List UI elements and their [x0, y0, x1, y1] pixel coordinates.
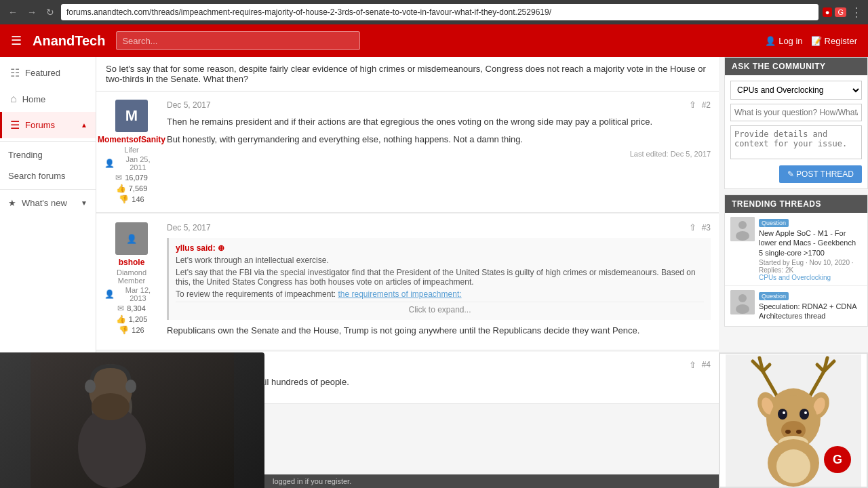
- sidebar-item-trending[interactable]: Trending: [0, 144, 96, 165]
- thread-intro-post: So let's say that for some reason, despi…: [96, 57, 719, 92]
- trending-thumb-1: [730, 217, 755, 241]
- hamburger-menu-icon[interactable]: ☰: [11, 33, 22, 48]
- post-2-messages-row: ✉ 16,079: [115, 173, 148, 182]
- post-2-score: 146: [132, 195, 144, 203]
- community-question-input[interactable]: [730, 104, 862, 121]
- post-3-body: Dec 5, 2017 ⇧ #3 yllus said: ⊕ Let's wor…: [167, 222, 711, 342]
- chevron-up-icon: ▲: [81, 121, 87, 129]
- trending-item-2: Question Speculation: RDNA2 + CDNA Archi…: [725, 286, 867, 327]
- svg-point-31: [783, 411, 785, 414]
- quote-text1: Let's work through an intellectual exerc…: [176, 256, 704, 265]
- trending-category-1[interactable]: CPUs and Overclocking: [759, 274, 862, 281]
- featured-icon: ☷: [10, 66, 20, 79]
- requirements-link[interactable]: the requirements of impeachment:: [338, 289, 461, 299]
- browser-menu-icon[interactable]: ⋮: [850, 5, 863, 20]
- sidebar-item-label: What's new: [22, 198, 67, 208]
- sidebar-item-whats-new[interactable]: ★ What's new ▼: [0, 192, 96, 214]
- post-3-joindate-row: 👤 Mar 12, 2013: [104, 286, 159, 302]
- svg-point-12: [85, 380, 96, 393]
- ask-community-body: CPUs and Overclocking ✎ POST THREAD: [725, 75, 867, 188]
- trending-threads-header: TRENDING THREADS: [725, 195, 867, 213]
- post-thread-button[interactable]: ✎ POST THREAD: [779, 165, 862, 183]
- home-icon: ⌂: [10, 93, 17, 105]
- register-link[interactable]: 📝 Register: [811, 36, 857, 46]
- score-icon: 👎: [119, 325, 129, 335]
- trending-badge-2: Question: [759, 292, 789, 300]
- person-silhouette: [31, 352, 234, 488]
- svg-point-2: [736, 231, 749, 241]
- post-2-actions: ⇧ #2: [689, 100, 711, 110]
- svg-point-38: [776, 449, 810, 483]
- sidebar-item-home[interactable]: ⌂ Home: [0, 86, 96, 112]
- svg-point-5: [736, 304, 749, 314]
- trending-item-2-content: Question Speculation: RDNA2 + CDNA Archi…: [759, 290, 862, 323]
- trending-badge-1: Question: [759, 219, 789, 227]
- post-3-username[interactable]: bshole: [119, 258, 145, 267]
- trending-thumb-2: [730, 290, 755, 314]
- quote-text2: Let's say that the FBI via the special i…: [176, 268, 704, 287]
- intro-text: So let's say that for some reason, despi…: [106, 64, 706, 84]
- share-button[interactable]: ⇧: [689, 222, 696, 232]
- trending-title-2[interactable]: Speculation: RDNA2 + CDNA Architectures …: [759, 302, 862, 321]
- trending-item-1-content: Question New Apple SoC - M1 - For lower …: [759, 217, 862, 281]
- score-icon: 👎: [119, 195, 129, 204]
- trending-meta-1: Started by Eug · Nov 10, 2020 · Replies:…: [759, 259, 862, 274]
- refresh-button[interactable]: ↻: [43, 5, 57, 19]
- svg-point-29: [778, 409, 787, 420]
- ext-icon-2[interactable]: G: [835, 7, 846, 17]
- share-button[interactable]: ⇧: [689, 100, 696, 110]
- address-bar[interactable]: [61, 4, 818, 20]
- svg-point-34: [785, 430, 791, 434]
- quote-text3: To review the requirements of impeachmen…: [176, 289, 704, 299]
- forward-button[interactable]: →: [24, 5, 39, 19]
- post-3-text-main: Republicans own the Senate and the House…: [167, 324, 711, 338]
- post-3-header: Dec 5, 2017 ⇧ #3: [167, 222, 711, 232]
- post-2-author-col: M MomentsofSanity Lifer 👤 Jan 25, 2011 ✉…: [104, 100, 159, 204]
- forums-icon: ☰: [10, 119, 20, 131]
- extensions-area: ● G: [823, 7, 846, 17]
- register-icon: 📝: [811, 36, 822, 46]
- reactions-icon: 👍: [116, 314, 126, 324]
- quote-box: yllus said: ⊕ Let's work through an inte…: [167, 238, 711, 320]
- ask-community-header: ASK THE COMMUNITY: [725, 58, 867, 75]
- header-right: 👤 Log in 📝 Register: [765, 36, 857, 46]
- post-2-messages: 16,079: [125, 174, 148, 182]
- deer-image: G: [720, 354, 867, 487]
- expand-button[interactable]: Click to expand...: [176, 302, 704, 314]
- trending-title-1[interactable]: New Apple SoC - M1 - For lower end Macs …: [759, 228, 862, 258]
- trending-item-1: Question New Apple SoC - M1 - For lower …: [725, 213, 867, 286]
- post-2-username[interactable]: MomentsofSanity: [98, 135, 165, 144]
- community-details-textarea[interactable]: [730, 125, 862, 159]
- sidebar-item-label: Home: [22, 94, 46, 104]
- person-icon: 👤: [104, 289, 115, 299]
- back-button[interactable]: ←: [5, 5, 20, 19]
- ask-community-widget: ASK THE COMMUNITY CPUs and Overclocking …: [724, 57, 868, 189]
- community-category-select[interactable]: CPUs and Overclocking: [730, 81, 862, 100]
- ext-icon-1[interactable]: ●: [823, 7, 833, 17]
- post-2-edited: Last edited: Dec 5, 2017: [167, 150, 711, 158]
- svg-point-1: [738, 221, 747, 229]
- post-3-actions: ⇧ #3: [689, 222, 711, 232]
- trending-threads-body: Question New Apple SoC - M1 - For lower …: [725, 213, 867, 326]
- site-logo[interactable]: AnandTech: [33, 33, 105, 49]
- post-2-joindate: Jan 25, 2011: [117, 155, 159, 171]
- post-2-text2: But honestly, with gerrymandering and ev…: [167, 133, 711, 146]
- browser-chrome: ← → ↻ ● G ⋮: [0, 0, 868, 24]
- post-2-date: Dec 5, 2017: [167, 100, 211, 110]
- login-link[interactable]: 👤 Log in: [765, 36, 802, 46]
- sidebar-item-featured[interactable]: ☷ Featured: [0, 60, 96, 86]
- sidebar-item-label: Forums: [25, 120, 55, 130]
- star-icon: ★: [8, 198, 16, 208]
- sidebar-item-search-forums[interactable]: Search forums: [0, 165, 96, 186]
- site-header: ☰ AnandTech 👤 Log in 📝 Register: [0, 24, 868, 57]
- sidebar-divider-2: [0, 189, 96, 190]
- svg-point-11: [92, 393, 130, 420]
- sidebar-item-forums[interactable]: ☰ Forums ▲: [0, 112, 96, 138]
- svg-point-30: [800, 409, 809, 420]
- webcam-feed: [0, 352, 264, 488]
- site-search-input[interactable]: [116, 31, 360, 50]
- share-button[interactable]: ⇧: [689, 360, 696, 370]
- sidebar-item-label: Featured: [25, 68, 60, 78]
- bottom-banner: logged in if you register.: [264, 474, 719, 488]
- svg-text:G: G: [833, 453, 842, 466]
